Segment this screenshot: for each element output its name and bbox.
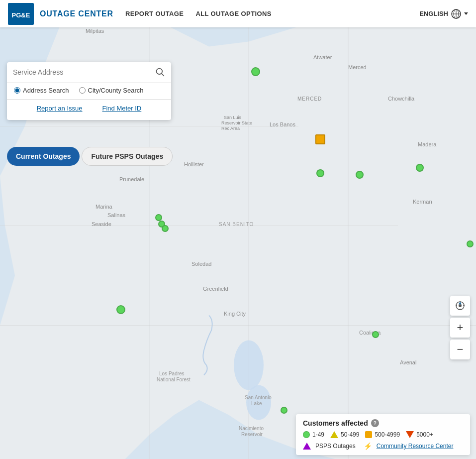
svg-text:Merced: Merced (348, 64, 367, 70)
svg-text:Atwater: Atwater (313, 54, 332, 60)
legend-title: Customers affected ? (303, 419, 463, 427)
outage-dot-2[interactable] (316, 169, 324, 177)
find-meter-link[interactable]: Find Meter ID (102, 105, 142, 112)
tabs-row: Current Outages Future PSPS Outages (7, 147, 173, 166)
svg-text:San Antonio: San Antonio (245, 395, 272, 400)
svg-text:Salinas: Salinas (107, 212, 126, 218)
svg-text:Avenal: Avenal (400, 359, 416, 365)
svg-text:Los Padres: Los Padres (159, 371, 185, 376)
svg-text:Lake: Lake (251, 401, 262, 406)
outage-square-1[interactable] (315, 134, 325, 144)
nav-title: OUTAGE CENTER (40, 9, 113, 18)
legend-green-dot (303, 431, 310, 438)
legend: Customers affected ? 1-49 50-499 500-499… (296, 414, 470, 455)
legend-info-icon[interactable]: ? (371, 419, 379, 427)
svg-text:Milpitas: Milpitas (86, 28, 104, 34)
all-options-link[interactable]: ALL OUTAGE OPTIONS (195, 10, 271, 17)
pge-logo: PG&E (8, 3, 34, 25)
legend-item-50to499: 50-499 (330, 431, 359, 438)
svg-text:SAN BENITO: SAN BENITO (219, 222, 254, 227)
svg-text:Prunedale: Prunedale (119, 176, 144, 182)
svg-text:MERCED: MERCED (297, 96, 322, 102)
map-container[interactable]: Milpitas Atwater Merced MERCED Chowchill… (0, 27, 476, 459)
psps-icon (303, 443, 311, 450)
legend-crc: ⚡ Community Resource Center (364, 442, 454, 450)
svg-point-14 (234, 341, 264, 390)
outage-dot-1[interactable] (251, 67, 260, 76)
outage-dot-11[interactable] (467, 240, 474, 247)
svg-text:Soledad: Soledad (191, 261, 211, 267)
svg-text:Reservoir: Reservoir (241, 432, 263, 437)
search-row (7, 62, 171, 83)
svg-text:Chowchilla: Chowchilla (388, 96, 415, 102)
outage-dot-7[interactable] (162, 225, 169, 232)
outage-dot-5[interactable] (155, 214, 162, 221)
outage-dot-3[interactable] (356, 171, 364, 179)
legend-orange-square (365, 431, 372, 438)
search-icon (155, 67, 165, 77)
report-issue-link[interactable]: Report an Issue (37, 105, 83, 112)
outage-dot-4[interactable] (416, 164, 424, 172)
legend-yellow-diamond (330, 431, 338, 438)
panel-divider (7, 99, 171, 100)
address-search-radio[interactable]: Address Search (14, 87, 69, 94)
language-selector[interactable]: ENGLISH (419, 9, 468, 19)
globe-icon (451, 9, 461, 19)
legend-item-500to4999: 500-4999 (365, 431, 400, 438)
svg-text:Seaside: Seaside (92, 221, 111, 227)
current-outages-tab[interactable]: Current Outages (7, 147, 80, 166)
legend-item-1to49: 1-49 (303, 431, 324, 438)
zoom-in-button[interactable]: + (450, 318, 470, 338)
locate-button[interactable] (450, 296, 470, 316)
svg-text:Nacimiento: Nacimiento (239, 426, 264, 431)
svg-text:Hollister: Hollister (184, 161, 204, 167)
svg-text:Kerman: Kerman (413, 199, 432, 205)
locate-icon (455, 301, 465, 311)
community-resource-center-link[interactable]: Community Resource Center (377, 443, 454, 450)
nav-links: REPORT OUTAGE ALL OUTAGE OPTIONS (125, 10, 419, 17)
svg-text:Madera: Madera (418, 141, 437, 147)
svg-text:National Forest: National Forest (157, 377, 190, 382)
svg-line-46 (162, 74, 164, 76)
legend-psps: PSPS Outages (303, 443, 356, 450)
svg-text:King City: King City (224, 311, 246, 317)
svg-text:Los Banos: Los Banos (270, 121, 295, 127)
map-controls: + − (450, 296, 470, 359)
legend-red-triangle (406, 431, 414, 438)
svg-text:PG&E: PG&E (12, 11, 30, 19)
svg-point-48 (459, 304, 462, 307)
future-psps-tab[interactable]: Future PSPS Outages (82, 147, 173, 166)
svg-text:Rec Area: Rec Area (221, 126, 240, 131)
svg-text:San Luis: San Luis (224, 115, 242, 120)
language-label: ENGLISH (419, 10, 448, 17)
chevron-down-icon (464, 12, 468, 15)
report-outage-link[interactable]: REPORT OUTAGE (125, 10, 184, 17)
outage-dot-9[interactable] (372, 331, 379, 338)
header: PG&E OUTAGE CENTER REPORT OUTAGE ALL OUT… (0, 0, 476, 27)
svg-text:Marina: Marina (95, 204, 113, 210)
crc-icon: ⚡ (364, 442, 372, 450)
outage-dot-8[interactable] (116, 305, 125, 314)
svg-text:Greenfield: Greenfield (203, 286, 228, 292)
search-input[interactable] (13, 68, 155, 76)
outage-dot-10[interactable] (281, 407, 287, 414)
links-row: Report an Issue Find Meter ID (7, 101, 171, 116)
city-county-radio[interactable]: City/County Search (79, 87, 144, 94)
zoom-out-button[interactable]: − (450, 340, 470, 359)
search-button[interactable] (155, 67, 165, 77)
legend-footer: PSPS Outages ⚡ Community Resource Center (303, 442, 463, 450)
legend-item-5000plus: 5000+ (406, 431, 433, 438)
search-panel: Address Search City/County Search Report… (7, 62, 171, 120)
svg-text:Reservoir State: Reservoir State (221, 120, 252, 125)
radio-row: Address Search City/County Search (7, 83, 171, 98)
legend-items: 1-49 50-499 500-4999 5000+ (303, 431, 463, 438)
